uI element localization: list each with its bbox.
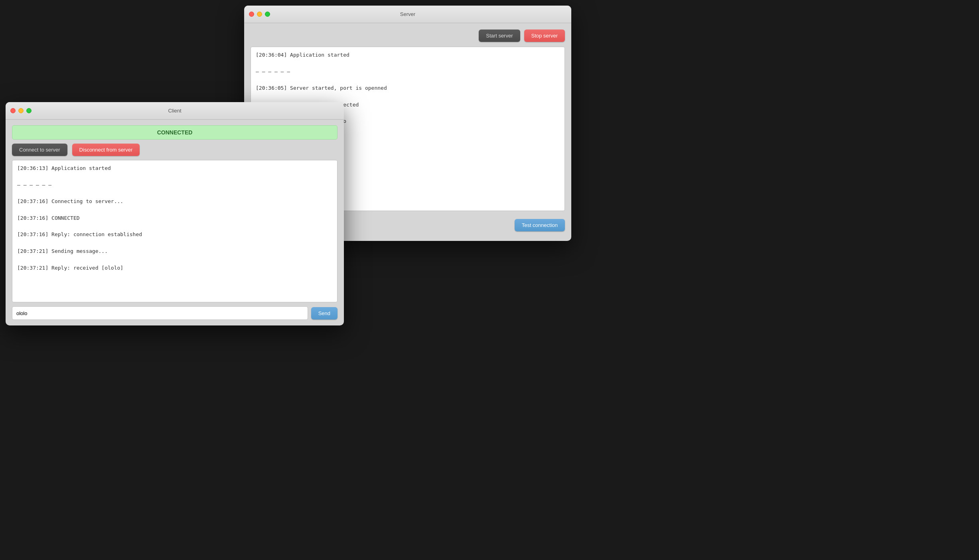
- client-action-buttons: Connect to server Disconnect from server: [12, 144, 338, 156]
- client-log-line-4: [20:37:16] CONNECTED: [17, 214, 332, 223]
- disconnect-from-server-button[interactable]: Disconnect from server: [72, 144, 140, 156]
- client-minimize-button[interactable]: [18, 108, 24, 113]
- send-button[interactable]: Send: [311, 307, 338, 319]
- client-close-button[interactable]: [10, 108, 16, 113]
- client-input-row: Send: [12, 306, 338, 320]
- server-close-button[interactable]: [249, 12, 254, 17]
- server-buttons: Start server Stop server: [251, 30, 565, 42]
- server-maximize-button[interactable]: [265, 12, 270, 17]
- client-log-line-5: [20:37:16] Reply: connection established: [17, 231, 332, 239]
- client-titlebar: Client: [6, 102, 344, 120]
- test-connection-button[interactable]: Test connection: [515, 219, 565, 231]
- client-window: Client CONNECTED Connect to server Disco…: [6, 102, 344, 325]
- server-log-line-2: – – – – – –: [256, 68, 560, 76]
- stop-server-button[interactable]: Stop server: [524, 30, 565, 42]
- connect-to-server-button[interactable]: Connect to server: [12, 144, 67, 156]
- client-log-line-1: [20:36:13] Application started: [17, 164, 332, 173]
- client-log-line-2: – – – – – –: [17, 181, 332, 189]
- server-titlebar: Server: [244, 6, 571, 23]
- client-content: CONNECTED Connect to server Disconnect f…: [6, 120, 344, 325]
- start-server-button[interactable]: Start server: [479, 30, 520, 42]
- client-maximize-button[interactable]: [26, 108, 32, 113]
- server-log-line-1: [20:36:04] Application started: [256, 51, 560, 59]
- client-traffic-lights: [10, 108, 32, 113]
- connection-status-bar: CONNECTED: [12, 125, 338, 140]
- message-input[interactable]: [12, 306, 308, 320]
- client-log-line-6: [20:37:21] Sending message...: [17, 247, 332, 256]
- server-traffic-lights: [249, 12, 270, 17]
- client-log: [20:36:13] Application started – – – – –…: [12, 160, 338, 302]
- client-title: Client: [168, 108, 181, 114]
- server-log-line-3: [20:36:05] Server started, port is openn…: [256, 84, 560, 93]
- server-minimize-button[interactable]: [257, 12, 262, 17]
- server-title: Server: [400, 11, 415, 17]
- client-log-line-7: [20:37:21] Reply: received [ololo]: [17, 264, 332, 272]
- client-log-line-3: [20:37:16] Connecting to server...: [17, 197, 332, 206]
